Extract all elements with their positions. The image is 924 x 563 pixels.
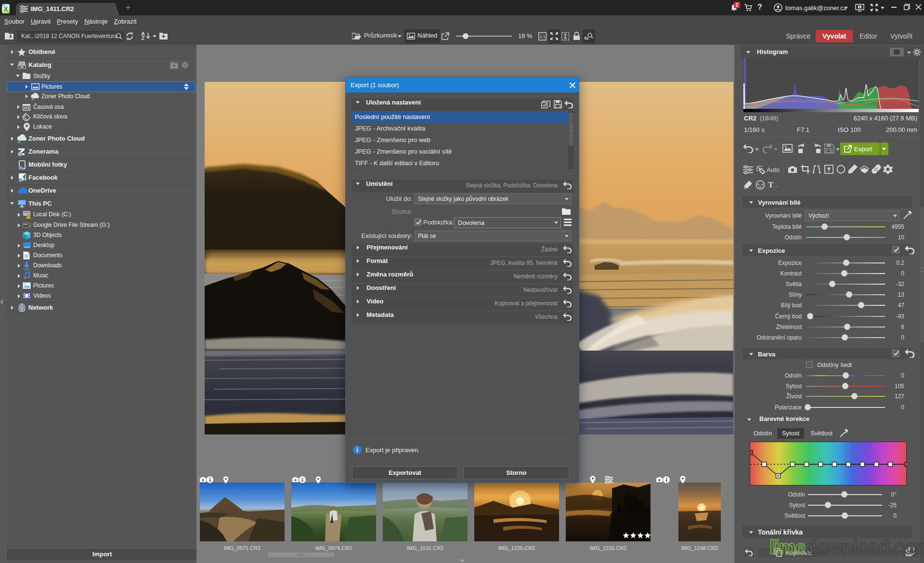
svg-text:!: ! bbox=[28, 215, 29, 219]
svg-text:X: X bbox=[3, 5, 8, 13]
svg-text:1:1: 1:1 bbox=[540, 34, 546, 39]
